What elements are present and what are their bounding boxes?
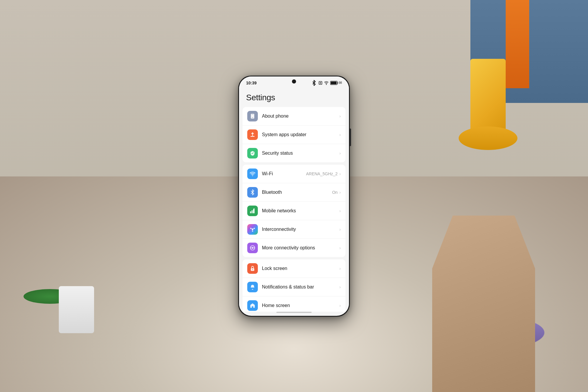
wifi-label: Wi-Fi [262,171,273,176]
svg-rect-11 [252,210,253,213]
phone-screen: 10:39 [239,76,349,316]
hand [432,216,535,392]
system-apps-icon [247,129,258,140]
mobile-networks-chevron: › [339,208,341,213]
mobile-networks-label: Mobile networks [262,208,296,213]
more-connectivity-right: › [339,246,341,250]
battery-status-icon: 98 [330,81,342,85]
settings-item-more-connectivity[interactable]: More connectivity options › [243,239,345,257]
mobile-networks-right: › [339,208,341,213]
svg-point-15 [250,228,251,229]
interconnectivity-right: › [339,227,341,232]
settings-item-interconnectivity[interactable]: Interconnectivity › [243,220,345,239]
signal-icon [250,208,255,214]
more-connectivity-text: More connectivity options [262,245,339,251]
bluetooth-label: Bluetooth [262,190,282,195]
lock-screen-icon-container [247,263,258,274]
security-right: › [339,151,341,156]
bg-yellow-base [459,126,517,150]
about-phone-label: About phone [262,114,289,119]
home-screen-text: Home screen [262,303,339,308]
about-phone-icon [247,111,258,121]
interconnectivity-label: Interconnectivity [262,227,296,232]
wifi-text: Wi-Fi [262,171,306,176]
settings-group-display: Lock screen › [243,259,345,312]
settings-group-info: About phone › [243,107,345,162]
bluetooth-right: On › [332,190,341,195]
mobile-networks-text: Mobile networks [262,208,339,213]
upload-icon [250,132,255,138]
status-time: 10:39 [246,81,257,85]
home-screen-right: › [339,303,341,308]
home-screen-label: Home screen [262,303,290,308]
settings-item-home-screen[interactable]: Home screen › [243,296,345,312]
phone: 10:39 [238,76,350,317]
status-icons: 98 [311,80,342,86]
notifications-label: Notifications & status bar [262,284,314,289]
wifi-value: ARENA_5GHz_2 [306,171,338,176]
lock-screen-text: Lock screen [262,266,339,271]
settings-item-mobile-networks[interactable]: Mobile networks › [243,202,345,220]
bluetooth-chevron: › [339,190,341,195]
x-status-icon [318,81,323,85]
bluetooth-icon-container [247,187,258,198]
notifications-right: › [339,285,341,289]
wifi-right: ARENA_5GHz_2 › [306,171,341,176]
lock-screen-chevron: › [339,266,341,271]
security-text: Security status [262,151,339,156]
system-apps-label: System apps updater [262,132,306,137]
bluetooth-icon [250,189,255,195]
settings-item-security[interactable]: Security status › [243,144,345,162]
svg-rect-6 [251,114,254,119]
battery-svg [330,81,338,85]
phone-icon [250,113,255,119]
svg-rect-10 [250,211,251,213]
lock-screen-right: › [339,266,341,271]
interconnectivity-text: Interconnectivity [262,227,339,232]
settings-item-wifi[interactable]: Wi-Fi ARENA_5GHz_2 › [243,165,345,183]
lock-screen-label: Lock screen [262,266,287,271]
svg-point-16 [254,228,255,229]
svg-rect-8 [252,114,254,114]
system-apps-chevron: › [339,132,341,137]
bg-white-object [59,286,94,333]
notification-icon [250,284,255,290]
more-connectivity-icon-container [247,243,258,253]
bluetooth-value: On [332,190,338,195]
connectivity-icon [250,245,255,251]
settings-item-about-phone[interactable]: About phone › [243,107,345,126]
phone-wrapper: 10:39 [238,76,350,317]
bluetooth-text: Bluetooth [262,190,332,195]
security-chevron: › [339,151,341,156]
wifi-status-icon [324,81,329,85]
system-apps-text: System apps updater [262,132,339,137]
status-bar: 10:39 [239,76,349,87]
svg-point-9 [252,175,253,176]
wifi-icon [250,171,255,177]
svg-point-17 [252,230,253,231]
interconnectivity-icon-container [247,224,258,235]
wifi-chevron: › [339,171,341,176]
notifications-icon-container [247,282,258,292]
system-apps-right: › [339,132,341,137]
home-screen-chevron: › [339,303,341,308]
lock-icon [250,266,255,271]
about-phone-chevron: › [339,114,341,119]
shield-check-icon [250,150,255,156]
settings-item-system-apps[interactable]: System apps updater › [243,126,345,144]
bluetooth-status-icon [311,80,317,86]
security-icon [247,148,258,159]
interconnectivity-chevron: › [339,227,341,232]
settings-item-lock-screen[interactable]: Lock screen › [243,259,345,278]
settings-item-bluetooth[interactable]: Bluetooth On › [243,183,345,202]
page-title: Settings [239,90,349,107]
about-phone-text: About phone [262,114,339,119]
security-label: Security status [262,151,293,156]
svg-rect-5 [331,81,337,84]
about-phone-right: › [339,114,341,119]
interconnect-icon [250,226,255,232]
screen-content[interactable]: Settings About phone [239,87,349,312]
svg-rect-7 [252,117,253,118]
svg-rect-13 [253,208,254,213]
settings-item-notifications[interactable]: Notifications & status bar › [243,278,345,296]
